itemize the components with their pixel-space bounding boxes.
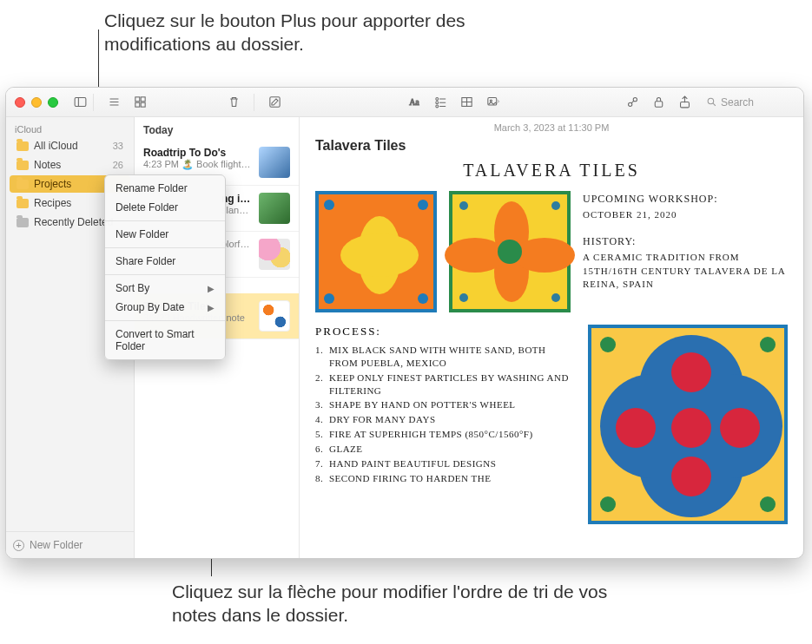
workshop-date: OCTOBER 21, 2020 — [583, 208, 788, 221]
toggle-sidebar-icon[interactable] — [70, 93, 89, 112]
sidebar-item-label: All iCloud — [34, 140, 78, 152]
svg-line-28 — [713, 103, 716, 106]
lock-note-icon[interactable] — [649, 93, 668, 112]
minimize-window-button[interactable] — [31, 97, 42, 108]
folder-icon — [17, 161, 29, 170]
tile-illustration-2 — [449, 191, 571, 312]
process-step: Fire at superhigh temps (850°C/1560°F) — [315, 428, 572, 441]
note-list-header: Today — [135, 117, 299, 140]
svg-point-13 — [435, 102, 438, 104]
svg-rect-7 — [135, 102, 139, 107]
menu-group-by-date[interactable]: Group By Date ▶ — [105, 298, 225, 317]
menu-convert-smart-folder[interactable]: Convert to Smart Folder — [105, 325, 225, 356]
folder-icon — [17, 141, 29, 151]
view-gallery-icon[interactable] — [130, 93, 149, 112]
sidebar-item-label: Recipes — [34, 197, 71, 209]
sidebar-item-label: Projects — [34, 178, 71, 190]
note-thumbnail — [259, 239, 290, 270]
tile-illustration-3 — [588, 325, 788, 524]
titlebar: Aa Search — [6, 88, 803, 117]
folder-context-menu: Rename Folder Delete Folder New Folder S… — [104, 174, 226, 360]
svg-point-15 — [435, 105, 438, 108]
chevron-right-icon: ▶ — [208, 303, 215, 312]
svg-rect-5 — [135, 97, 139, 102]
media-menu-icon[interactable] — [483, 93, 502, 112]
process-label: PROCESS: — [315, 325, 572, 338]
table-icon[interactable] — [457, 93, 476, 112]
menu-delete-folder[interactable]: Delete Folder — [105, 198, 225, 217]
svg-line-24 — [631, 101, 634, 103]
note-subtitle: olorful a… — [221, 239, 252, 249]
close-window-button[interactable] — [15, 97, 25, 108]
menu-divider — [105, 247, 225, 248]
sidebar-item-label: Recently Deleted — [34, 216, 113, 228]
note-title: Roadtrip To Do's — [143, 147, 252, 159]
svg-point-27 — [708, 98, 714, 104]
search-field[interactable]: Search — [701, 95, 796, 110]
note-title-heading[interactable]: Talavera Tiles — [300, 135, 803, 155]
window-controls — [6, 97, 67, 108]
svg-rect-0 — [75, 98, 86, 107]
new-folder-label: New Folder — [30, 539, 83, 551]
share-icon[interactable] — [675, 93, 694, 112]
plus-circle-icon: + — [13, 540, 24, 551]
search-placeholder: Search — [721, 96, 754, 108]
sidebar-item-count: 33 — [113, 141, 123, 151]
compose-note-icon[interactable] — [265, 93, 284, 112]
note-thumbnail — [259, 147, 290, 178]
delete-note-icon[interactable] — [224, 93, 243, 112]
new-folder-button[interactable]: + New Folder — [6, 531, 134, 558]
note-body[interactable]: TALAVERA TILES UPCOMING WORKSHOP: OCTOBE… — [300, 155, 803, 558]
process-step: Shape by hand on potter's wheel — [315, 398, 572, 411]
svg-rect-25 — [655, 102, 663, 107]
note-editor: March 3, 2023 at 11:30 PM Talavera Tiles… — [300, 117, 803, 558]
svg-point-11 — [435, 98, 438, 101]
sidebar-item-count: 26 — [113, 160, 123, 170]
process-step: Hand paint beautiful designs — [315, 457, 572, 470]
link-note-icon[interactable] — [623, 93, 642, 112]
toolbar-divider — [93, 94, 94, 111]
history-body: A CERAMIC TRADITION FROM 15TH/16TH CENTU… — [583, 251, 788, 291]
menu-divider — [105, 274, 225, 275]
svg-rect-6 — [141, 97, 145, 102]
menu-divider — [105, 220, 225, 221]
checklist-icon[interactable] — [431, 93, 450, 112]
process-step: Dry for many days — [315, 413, 572, 426]
note-timestamp: March 3, 2023 at 11:30 PM — [300, 117, 803, 135]
process-list: Mix black sand with white sand, both fro… — [315, 344, 572, 484]
note-thumbnail — [259, 193, 290, 224]
view-list-icon[interactable] — [104, 93, 123, 112]
menu-sort-by-label: Sort By — [116, 282, 149, 294]
note-thumbnail — [259, 300, 290, 332]
tile-illustration-1 — [315, 191, 437, 312]
process-step: Glaze — [315, 443, 572, 456]
sidebar-item-label: Notes — [34, 159, 61, 171]
note-subtitle: 4:23 PM 🏝️ Book flights 🏝️ … — [143, 159, 252, 170]
svg-rect-8 — [141, 102, 145, 107]
callout-top: Cliquez sur le bouton Plus pour apporter… — [104, 9, 556, 56]
process-step: Keep only finest particles by washing an… — [315, 371, 572, 398]
svg-text:Aa: Aa — [409, 97, 419, 107]
format-text-icon[interactable]: Aa — [405, 93, 424, 112]
sidebar-item-all-icloud[interactable]: All iCloud 33 — [10, 137, 130, 154]
search-icon — [706, 96, 717, 108]
notes-window: Aa Search — [5, 87, 804, 559]
sidebar-item-notes[interactable]: Notes 26 — [10, 156, 130, 174]
menu-divider — [105, 320, 225, 321]
note-subtitle: sland… — [221, 205, 252, 215]
folder-icon — [17, 199, 29, 208]
folder-icon — [17, 180, 29, 189]
menu-rename-folder[interactable]: Rename Folder — [105, 179, 225, 198]
toolbar-divider-2 — [254, 94, 254, 111]
menu-sort-by[interactable]: Sort By ▶ — [105, 279, 225, 298]
hand-title: TALAVERA TILES — [315, 161, 788, 181]
chevron-right-icon: ▶ — [208, 284, 215, 293]
process-step: Second firing to harden the — [315, 472, 572, 485]
sidebar-section-label: iCloud — [6, 117, 134, 136]
history-label: HISTORY: — [583, 233, 788, 249]
menu-group-by-date-label: Group By Date — [116, 301, 184, 313]
menu-share-folder[interactable]: Share Folder — [105, 252, 225, 271]
trash-icon — [17, 218, 29, 227]
fullscreen-window-button[interactable] — [48, 97, 58, 108]
menu-new-folder[interactable]: New Folder — [105, 225, 225, 244]
